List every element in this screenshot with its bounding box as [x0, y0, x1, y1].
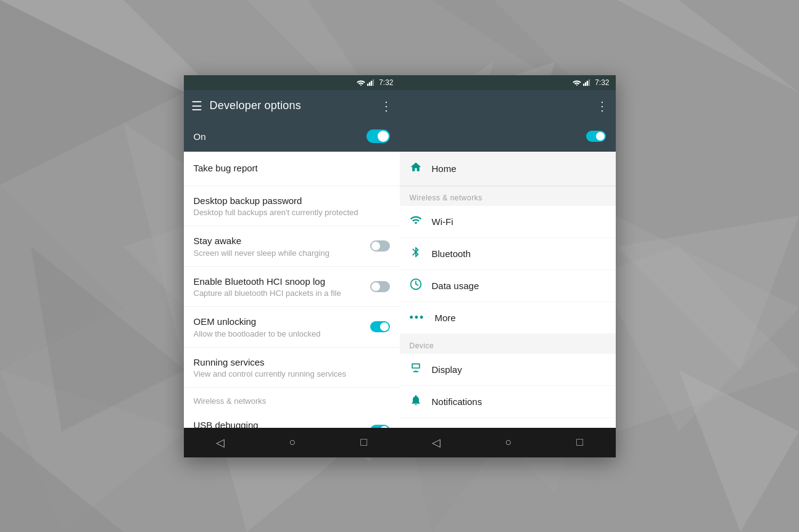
svg-rect-27: [583, 83, 584, 86]
drawer-item-more[interactable]: ••• More: [400, 302, 616, 334]
right-more-icon[interactable]: ⋮: [596, 99, 608, 113]
right-home-button[interactable]: ○: [505, 436, 512, 449]
wifi-label: Wi-Fi: [432, 216, 453, 227]
drawer-item-display[interactable]: Display: [400, 354, 616, 386]
right-phone: 7:32 ⋮ Home Wireless & networks: [400, 75, 616, 457]
bluetooth-snoop-toggle[interactable]: [370, 281, 390, 292]
phones-container: 7:32 ☰ Developer options ⋮ On Take bug r…: [184, 75, 616, 457]
svg-rect-26: [373, 79, 374, 86]
bluetooth-icon: [410, 246, 422, 261]
list-item[interactable]: Enable Bluetooth HCI snoop log Capture a…: [184, 267, 400, 308]
section-header-wireless: Wireless & networks: [184, 388, 400, 411]
settings-list: Take bug report Desktop backup password …: [184, 152, 400, 428]
item-title: Desktop backup password: [194, 195, 390, 207]
bluetooth-label: Bluetooth: [432, 248, 471, 259]
list-item[interactable]: OEM unlocking Allow the bootloader to be…: [184, 307, 400, 348]
right-back-button[interactable]: ◁: [432, 436, 441, 449]
drawer-item-sound[interactable]: Sound: [400, 418, 616, 428]
signal-status-icon: [367, 79, 376, 86]
right-wifi-icon: [573, 79, 581, 86]
item-subtitle: Screen will never sleep while charging: [194, 248, 370, 258]
toggle-on-label: On: [194, 131, 366, 142]
svg-rect-24: [369, 82, 370, 86]
right-dev-toggle[interactable]: [586, 131, 606, 142]
list-item[interactable]: Running services View and control curren…: [184, 348, 400, 388]
more-icon[interactable]: ⋮: [380, 99, 392, 113]
drawer-item-notifications[interactable]: Notifications: [400, 386, 616, 418]
item-title: Stay awake: [194, 235, 370, 247]
menu-icon[interactable]: ☰: [191, 99, 202, 113]
stay-awake-toggle[interactable]: [370, 240, 390, 252]
notifications-icon: [410, 394, 422, 409]
drawer-item-wifi[interactable]: Wi-Fi: [400, 206, 616, 238]
right-status-bar: 7:32: [400, 75, 616, 90]
right-recents-button[interactable]: □: [576, 436, 583, 449]
list-item[interactable]: Take bug report: [184, 152, 400, 186]
wifi-status-icon: [357, 79, 365, 86]
recents-button[interactable]: □: [360, 436, 367, 449]
item-title: Enable Bluetooth HCI snoop log: [194, 276, 370, 288]
svg-rect-30: [589, 79, 590, 86]
oem-unlocking-toggle[interactable]: [370, 321, 390, 332]
data-usage-icon: [410, 278, 422, 293]
svg-rect-25: [371, 81, 372, 86]
drawer-item-bluetooth[interactable]: Bluetooth: [400, 238, 616, 270]
item-subtitle: Allow the bootloader to be unlocked: [194, 329, 370, 338]
item-subtitle: Capture all bluetooth HCI packets in a f…: [194, 289, 370, 298]
item-subtitle: View and control currently running servi…: [194, 369, 390, 379]
list-item[interactable]: USB debugging Debug mode when USB is con…: [184, 411, 400, 428]
data-usage-label: Data usage: [432, 280, 479, 291]
right-time: 7:32: [595, 78, 609, 87]
notifications-label: Notifications: [432, 396, 482, 407]
home-button[interactable]: ○: [289, 436, 296, 449]
svg-rect-28: [585, 82, 586, 86]
wifi-icon: [410, 214, 422, 229]
item-title: Take bug report: [194, 162, 390, 174]
left-toolbar: ☰ Developer options ⋮: [184, 90, 400, 122]
back-button[interactable]: ◁: [216, 436, 225, 449]
left-time: 7:32: [379, 78, 393, 87]
left-phone: 7:32 ☰ Developer options ⋮ On Take bug r…: [184, 75, 400, 457]
dev-options-toggle[interactable]: [366, 129, 390, 143]
right-bottom-nav: ◁ ○ □: [400, 428, 616, 457]
more-dots-icon: •••: [410, 311, 425, 324]
usb-debugging-toggle[interactable]: [370, 425, 390, 427]
page-title: Developer options: [210, 99, 373, 112]
svg-rect-29: [587, 81, 588, 86]
more-label: More: [434, 313, 455, 323]
item-title: OEM unlocking: [194, 316, 370, 328]
home-icon: [410, 161, 422, 176]
right-toggle-row: [400, 122, 616, 152]
item-subtitle: Desktop full backups aren't currently pr…: [194, 208, 390, 217]
right-toolbar: ⋮: [400, 90, 616, 122]
svg-rect-23: [367, 83, 368, 86]
drawer-home-item[interactable]: Home: [400, 152, 616, 186]
item-title: Running services: [194, 356, 390, 369]
display-label: Display: [432, 364, 462, 375]
left-bottom-nav: ◁ ○ □: [184, 428, 400, 457]
settings-drawer: Home Wireless & networks Wi-Fi Bluetooth: [400, 152, 616, 428]
left-status-bar: 7:32: [184, 75, 400, 90]
item-title: USB debugging: [194, 419, 370, 428]
left-status-icons: 7:32: [357, 78, 393, 87]
drawer-item-data-usage[interactable]: Data usage: [400, 270, 616, 302]
list-item[interactable]: Stay awake Screen will never sleep while…: [184, 226, 400, 267]
list-item[interactable]: Desktop backup password Desktop full bac…: [184, 186, 400, 227]
right-signal-icon: [583, 79, 592, 86]
home-label: Home: [432, 163, 457, 174]
dev-options-toggle-row: On: [184, 122, 400, 152]
drawer-section-device: Device: [400, 334, 616, 354]
drawer-section-wireless: Wireless & networks: [400, 186, 616, 206]
display-icon: [410, 362, 422, 377]
right-status-icons: 7:32: [573, 78, 609, 87]
